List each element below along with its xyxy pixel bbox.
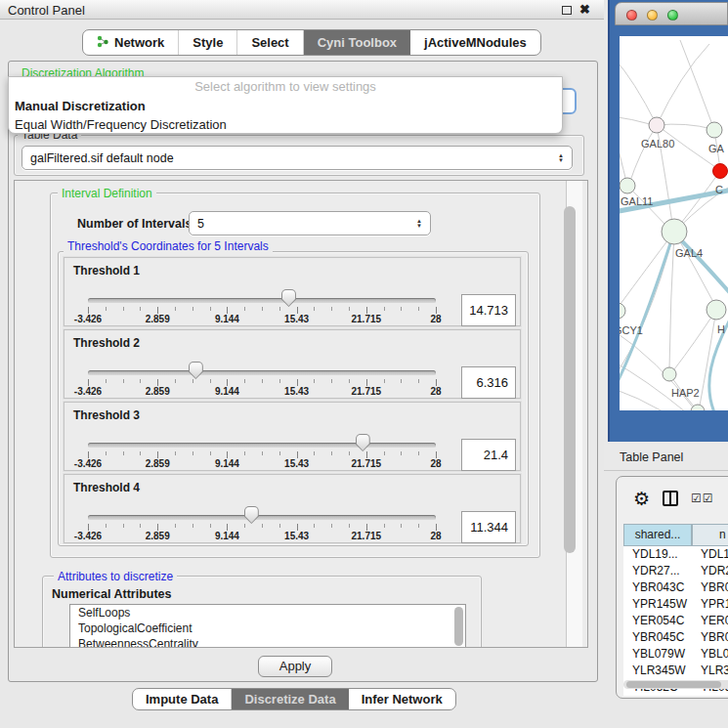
- table-row[interactable]: YER054CYER054C: [623, 613, 728, 629]
- table-row[interactable]: YDL19...YDL19: [623, 546, 728, 563]
- tab-jactivemnodules[interactable]: jActiveMNodules: [410, 30, 540, 55]
- tab-style[interactable]: Style: [179, 30, 237, 55]
- network-canvas[interactable]: GAL80GACGAL11GAL4GCY1HHAP2: [620, 36, 728, 410]
- column-layout-icon[interactable]: [663, 491, 678, 506]
- network-node-label: GA: [708, 143, 725, 154]
- slider-tick: [314, 524, 315, 528]
- tab-infer-network[interactable]: Infer Network: [349, 689, 455, 709]
- network-node-ga[interactable]: [707, 122, 722, 138]
- threshold-label: Threshold 1: [73, 264, 140, 278]
- network-node-gal80[interactable]: [649, 117, 664, 133]
- threshold-2-slider-track[interactable]: [88, 370, 436, 375]
- dropdown-placeholder: Select algorithm to view settings: [9, 77, 562, 97]
- tab-discretize-data[interactable]: Discretize Data: [232, 689, 348, 709]
- table-data-select[interactable]: galFiltered.sif default node ▲▼: [21, 146, 573, 170]
- threshold-label: Threshold 2: [73, 336, 140, 350]
- attribute-item-betweennesscentrality[interactable]: BetweennessCentrality: [70, 636, 465, 648]
- table-rows: YDL19...YDL19YDR27...YDR27YBR043CYBR043C…: [623, 546, 728, 696]
- table-row[interactable]: YLR345WYLR345W: [623, 663, 728, 679]
- mac-minimize-button[interactable]: [647, 10, 658, 21]
- slider-tick-label: 9.144: [215, 531, 239, 541]
- slider-tick-label: 15.43: [284, 531, 309, 541]
- table-row[interactable]: YBL079WYBL079W: [623, 646, 728, 663]
- slider-tick-label: 21.715: [352, 314, 382, 324]
- slider-tick: [297, 307, 298, 314]
- threshold-1-slider-thumb[interactable]: [281, 289, 296, 307]
- table-hscrollbar-thumb[interactable]: [626, 681, 721, 688]
- threshold-3-value-field[interactable]: 21.4: [461, 439, 516, 471]
- tab-label: Network: [114, 35, 164, 50]
- attribute-item-selfloops[interactable]: SelfLoops: [70, 605, 465, 621]
- mac-close-button[interactable]: [626, 10, 637, 21]
- threshold-3-slider-track[interactable]: [88, 443, 436, 448]
- network-node-hap2[interactable]: [663, 367, 676, 381]
- network-node-gcy1[interactable]: [620, 303, 625, 319]
- table-panel-header: Table Panel: [604, 442, 728, 471]
- tab-select[interactable]: Select: [237, 30, 303, 55]
- threshold-4-slider-track[interactable]: [88, 515, 436, 520]
- settings-scrollbar-track[interactable]: [566, 181, 582, 647]
- slider-tick: [106, 451, 107, 455]
- table-row[interactable]: YBR043CYBR043C: [623, 579, 728, 596]
- cell-shared-name: YER054C: [623, 613, 692, 629]
- slider-tick: [227, 451, 228, 458]
- threshold-1-slider-track[interactable]: [88, 298, 436, 303]
- threshold-2-slider-thumb[interactable]: [189, 362, 203, 379]
- column-header-1[interactable]: n: [692, 524, 728, 546]
- network-node-label: C: [715, 184, 723, 195]
- threshold-4-value-field[interactable]: 11.344: [461, 511, 516, 543]
- table-row[interactable]: YPR145WYPR145W: [623, 596, 728, 613]
- threshold-3-slider-thumb[interactable]: [356, 434, 370, 451]
- tab-impute-data[interactable]: Impute Data: [133, 689, 232, 709]
- float-window-icon[interactable]: [562, 6, 572, 15]
- thresholds-group-label: Threshold's Coordinates for 5 Intervals: [64, 239, 273, 253]
- table-panel-toolbar: ⚙ ☑☑: [617, 477, 728, 520]
- settings-gear-icon[interactable]: ⚙: [633, 490, 650, 508]
- table-hscrollbar-track[interactable]: [623, 680, 728, 689]
- number-of-intervals-spinner[interactable]: 5 ▲▼: [189, 211, 431, 236]
- slider-tick: [366, 451, 367, 458]
- slider-tick: [193, 379, 193, 383]
- threshold-1-value-field[interactable]: 14.713: [461, 294, 516, 326]
- threshold-4-panel: Threshold 4-3.4262.8599.14415.4321.71528…: [64, 474, 521, 543]
- numerical-attributes-label: Numerical Attributes: [52, 587, 171, 601]
- slider-tick: [175, 379, 176, 383]
- network-node-gal11[interactable]: [620, 178, 635, 193]
- tab-network[interactable]: Network: [83, 30, 179, 55]
- interval-definition-label: Interval Definition: [58, 187, 156, 200]
- attribute-item-topologicalcoefficient[interactable]: TopologicalCoefficient: [70, 621, 465, 636]
- slider-tick: [366, 524, 367, 531]
- threshold-2-value-field[interactable]: 6.316: [461, 366, 516, 399]
- tab-cyni-toolbox[interactable]: Cyni Toolbox: [304, 30, 410, 55]
- slider-tick: [297, 524, 298, 531]
- settings-scrollbar-thumb[interactable]: [564, 206, 576, 553]
- network-node-c[interactable]: [713, 164, 728, 179]
- dropdown-option-equal-width-frequency[interactable]: Equal Width/Frequency Discretization: [9, 115, 562, 134]
- network-node-gal4[interactable]: [662, 219, 687, 244]
- panel-title: Control Panel: [8, 3, 85, 18]
- slider-tick: [175, 524, 176, 528]
- checkbox-icons[interactable]: ☑☑: [691, 492, 714, 505]
- threshold-4-slider-thumb[interactable]: [244, 506, 259, 524]
- network-node-h[interactable]: [707, 300, 726, 320]
- column-header-0[interactable]: shared...: [623, 524, 692, 546]
- close-icon[interactable]: ✖: [579, 2, 590, 17]
- apply-button[interactable]: Apply: [258, 656, 332, 677]
- slider-tick: [210, 379, 211, 383]
- network-node-label: GAL11: [621, 195, 653, 207]
- slider-tick-label: 28: [430, 314, 441, 324]
- table-row[interactable]: YDR27...YDR27: [623, 563, 728, 579]
- slider-tick: [314, 307, 315, 311]
- tab-label: Style: [193, 35, 223, 50]
- cell-shared-name: YBR045C: [623, 629, 692, 646]
- dropdown-option-manual-discretization[interactable]: Manual Discretization: [9, 97, 562, 115]
- cell-name: YPR145W: [692, 596, 728, 613]
- list-scrollbar-thumb[interactable]: [454, 607, 463, 646]
- mac-zoom-button[interactable]: [667, 10, 678, 21]
- slider-tick: [418, 524, 419, 528]
- slider-tick: [331, 307, 332, 311]
- slider-tick-label: -3.426: [74, 386, 102, 397]
- table-row[interactable]: YBR045CYBR045C: [623, 629, 728, 646]
- numerical-attributes-list: SelfLoopsTopologicalCoefficientBetweenne…: [69, 604, 466, 648]
- slider-tick: [106, 379, 107, 383]
